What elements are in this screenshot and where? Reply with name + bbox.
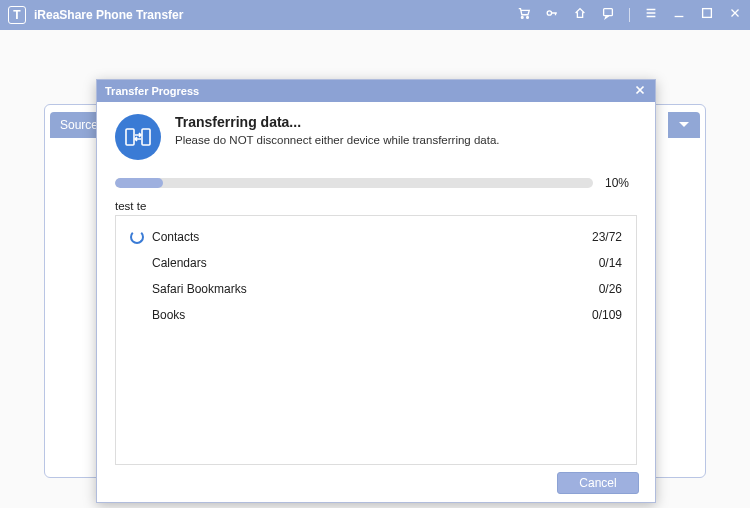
dialog-close-button[interactable] xyxy=(633,83,647,99)
transfer-item-row: Calendars0/14 xyxy=(130,250,622,276)
item-label: Safari Bookmarks xyxy=(152,282,599,296)
app-titlebar: T iReaShare Phone Transfer xyxy=(0,0,750,30)
key-icon[interactable] xyxy=(545,6,559,24)
dialog-heading: Transferring data... xyxy=(175,114,500,130)
transfer-item-row: Books0/109 xyxy=(130,302,622,328)
close-icon xyxy=(633,83,647,97)
minimize-icon[interactable] xyxy=(672,6,686,24)
item-label: Books xyxy=(152,308,592,322)
chevron-down-icon xyxy=(678,121,690,129)
main-area: Source: Transfer Progress Transferring d… xyxy=(0,30,750,508)
dialog-titlebar: Transfer Progress xyxy=(97,80,655,102)
feedback-icon[interactable] xyxy=(601,6,615,24)
transfer-icon xyxy=(115,114,161,160)
transfer-subtitle: test te xyxy=(115,200,637,212)
svg-point-1 xyxy=(527,17,529,19)
svg-point-0 xyxy=(521,17,523,19)
item-count: 0/109 xyxy=(592,308,622,322)
transfer-item-row: Safari Bookmarks0/26 xyxy=(130,276,622,302)
cart-icon[interactable] xyxy=(517,6,531,24)
svg-rect-6 xyxy=(142,129,150,145)
menu-icon[interactable] xyxy=(644,6,658,24)
progress-fill xyxy=(115,178,163,188)
item-label: Calendars xyxy=(152,256,599,270)
app-logo-letter: T xyxy=(13,8,20,22)
app-logo: T xyxy=(8,6,26,24)
svg-point-2 xyxy=(547,11,551,15)
home-icon[interactable] xyxy=(573,6,587,24)
transfer-item-row: Contacts23/72 xyxy=(130,224,622,250)
transfer-items-list: Contacts23/72Calendars0/14Safari Bookmar… xyxy=(115,215,637,465)
item-label: Contacts xyxy=(152,230,592,244)
destination-dropdown[interactable] xyxy=(668,112,700,138)
progress-percent: 10% xyxy=(605,176,637,190)
cancel-button-label: Cancel xyxy=(579,476,616,490)
dialog-subheading: Please do NOT disconnect either device w… xyxy=(175,134,500,146)
divider xyxy=(629,8,630,22)
close-icon[interactable] xyxy=(728,6,742,24)
svg-rect-5 xyxy=(126,129,134,145)
maximize-icon[interactable] xyxy=(700,6,714,24)
progress-bar xyxy=(115,178,593,188)
svg-rect-3 xyxy=(604,9,613,16)
cancel-button[interactable]: Cancel xyxy=(557,472,639,494)
dialog-title: Transfer Progress xyxy=(105,85,199,97)
spinner-icon xyxy=(130,230,144,244)
transfer-progress-dialog: Transfer Progress Transferring data... P… xyxy=(96,79,656,503)
item-count: 23/72 xyxy=(592,230,622,244)
app-title: iReaShare Phone Transfer xyxy=(34,8,517,22)
item-count: 0/26 xyxy=(599,282,622,296)
item-count: 0/14 xyxy=(599,256,622,270)
svg-rect-4 xyxy=(703,9,712,18)
